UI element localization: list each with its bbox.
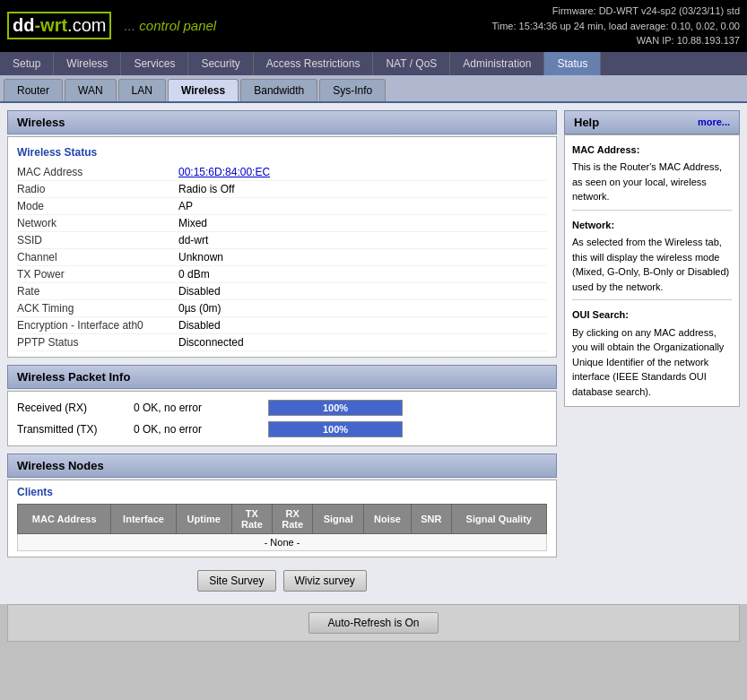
txpower-label: TX Power	[17, 268, 178, 281]
help-more-link[interactable]: more...	[698, 117, 730, 127]
tx-progress-container: 100%	[268, 421, 403, 437]
main-content: Wireless Wireless Status MAC Address 00:…	[0, 103, 747, 604]
encryption-label: Encryption - Interface ath0	[17, 319, 178, 332]
col-signal-quality: Signal Quality	[451, 504, 546, 533]
mode-value: AP	[178, 200, 193, 212]
logo-wrt: wrt	[40, 15, 67, 35]
help-mac-title: MAC Address:	[572, 143, 732, 158]
auto-refresh-button[interactable]: Auto-Refresh is On	[308, 612, 438, 634]
col-snr: SNR	[411, 504, 451, 533]
rx-label: Received (RX)	[17, 402, 125, 414]
site-survey-button[interactable]: Site Survey	[197, 570, 275, 592]
help-oui-content: By clicking on any MAC address, you will…	[572, 325, 732, 400]
tx-value: 0 OK, no error	[134, 423, 259, 436]
info-row-ssid: SSID dd-wrt	[17, 232, 547, 249]
sub-tabs: Router WAN LAN Wireless Bandwidth Sys-In…	[0, 75, 747, 103]
nav-tab-nat-qos[interactable]: NAT / QoS	[373, 52, 450, 75]
packet-row-tx: Transmitted (TX) 0 OK, no error 100%	[17, 419, 547, 440]
wireless-section-title: Wireless	[17, 116, 65, 129]
rate-label: Rate	[17, 285, 178, 298]
network-label: Network	[17, 217, 178, 229]
col-rx-rate: RXRate	[273, 504, 313, 533]
nav-tab-status[interactable]: Status	[544, 52, 601, 75]
firmware-text: Firmware: DD-WRT v24-sp2 (03/23/11) std	[491, 4, 740, 19]
help-title: Help	[574, 116, 599, 129]
wan-ip-text: WAN IP: 10.88.193.137	[491, 33, 740, 48]
mode-label: Mode	[17, 200, 178, 212]
nav-tab-setup[interactable]: Setup	[0, 52, 54, 75]
radio-label: Radio	[17, 183, 178, 195]
help-oui-title: OUI Search:	[572, 307, 732, 323]
ssid-label: SSID	[17, 234, 178, 246]
col-uptime: Uptime	[176, 504, 231, 533]
time-text: Time: 15:34:36 up 24 min, load average: …	[491, 19, 740, 34]
rx-progress-bar: 100%	[269, 401, 402, 415]
ssid-value: dd-wrt	[178, 234, 208, 246]
sub-tab-sys-info[interactable]: Sys-Info	[319, 79, 386, 101]
col-mac: MAC Address	[18, 504, 111, 533]
tx-label: Transmitted (TX)	[17, 423, 125, 436]
packet-section-header: Wireless Packet Info	[7, 365, 557, 389]
left-panel: Wireless Wireless Status MAC Address 00:…	[7, 110, 557, 597]
help-divider-2	[572, 299, 732, 300]
info-row-network: Network Mixed	[17, 215, 547, 232]
nav-tab-administration[interactable]: Administration	[450, 52, 544, 75]
nodes-section-header: Wireless Nodes	[7, 454, 557, 478]
pptp-label: PPTP Status	[17, 336, 178, 349]
nav-tabs: Setup Wireless Services Security Access …	[0, 52, 747, 75]
mac-label: MAC Address	[17, 166, 178, 178]
nav-tab-security[interactable]: Security	[188, 52, 253, 75]
info-row-rate: Rate Disabled	[17, 283, 547, 300]
info-row-pptp: PPTP Status Disconnected	[17, 334, 547, 351]
sub-tab-wan[interactable]: WAN	[65, 79, 117, 101]
ack-timing-value: 0µs (0m)	[178, 302, 221, 315]
logo-tagline: ... control panel	[120, 18, 216, 33]
col-tx-rate: TXRate	[231, 504, 272, 533]
clients-table: MAC Address Interface Uptime TXRate RXRa…	[17, 504, 547, 551]
sub-tab-router[interactable]: Router	[4, 79, 63, 101]
logo-dd: dd-	[13, 15, 40, 35]
network-value: Mixed	[178, 217, 207, 229]
help-content: MAC Address: This is the Router's MAC Ad…	[564, 134, 740, 408]
logo-com: .com	[67, 15, 106, 35]
wiviz-survey-button[interactable]: Wiviz survey	[283, 570, 367, 592]
clients-title: Clients	[17, 486, 547, 498]
mac-link[interactable]: 00:15:6D:84:00:EC	[178, 166, 270, 178]
clients-no-data: - None -	[18, 533, 547, 550]
tx-progress-bar: 100%	[269, 422, 402, 436]
info-row-channel: Channel Unknown	[17, 249, 547, 266]
nav-tab-access-restrictions[interactable]: Access Restrictions	[254, 52, 374, 75]
nav-tab-services[interactable]: Services	[121, 52, 188, 75]
help-network-content: As selected from the Wireless tab, this …	[572, 235, 732, 294]
logo-box: dd-wrt.com	[7, 12, 111, 39]
packet-row-rx: Received (RX) 0 OK, no error 100%	[17, 397, 547, 419]
firmware-info: Firmware: DD-WRT v24-sp2 (03/23/11) std …	[491, 4, 740, 48]
info-row-txpower: TX Power 0 dBm	[17, 266, 547, 283]
nodes-section-title: Wireless Nodes	[17, 459, 104, 472]
channel-value: Unknown	[178, 251, 223, 264]
packet-section-title: Wireless Packet Info	[17, 370, 130, 384]
rx-value: 0 OK, no error	[134, 402, 259, 414]
radio-value: Radio is Off	[178, 183, 234, 195]
packet-info-table: Received (RX) 0 OK, no error 100% Transm…	[7, 391, 557, 446]
clients-no-data-row: - None -	[18, 533, 547, 550]
encryption-value: Disabled	[178, 319, 221, 332]
info-row-mac: MAC Address 00:15:6D:84:00:EC	[17, 164, 547, 181]
sub-tab-lan[interactable]: LAN	[118, 79, 166, 101]
help-mac-content: This is the Router's MAC Address, as see…	[572, 160, 732, 204]
nav-tab-wireless[interactable]: Wireless	[54, 52, 121, 75]
txpower-value: 0 dBm	[178, 268, 210, 281]
mac-value: 00:15:6D:84:00:EC	[178, 166, 270, 178]
header: dd-wrt.com ... control panel Firmware: D…	[0, 0, 747, 52]
pptp-value: Disconnected	[178, 336, 244, 349]
auto-refresh-bar: Auto-Refresh is On	[7, 604, 740, 642]
sub-tab-wireless[interactable]: Wireless	[168, 79, 239, 101]
info-row-ack-timing: ACK Timing 0µs (0m)	[17, 300, 547, 317]
wireless-section-header: Wireless	[7, 110, 557, 134]
clients-table-header-row: MAC Address Interface Uptime TXRate RXRa…	[18, 504, 547, 533]
rate-value: Disabled	[178, 285, 221, 298]
sub-tab-bandwidth[interactable]: Bandwidth	[240, 79, 317, 101]
right-panel: Help more... MAC Address: This is the Ro…	[564, 110, 740, 597]
help-divider-1	[572, 210, 732, 211]
ack-timing-label: ACK Timing	[17, 302, 178, 315]
